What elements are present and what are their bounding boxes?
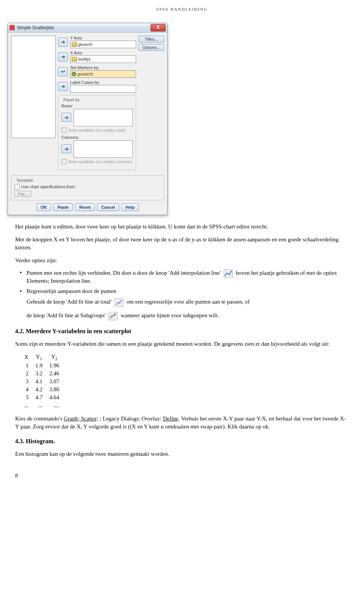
nest-rows-check: Nest variables (no empty rows): [61, 128, 133, 133]
file-button[interactable]: File...: [14, 191, 31, 197]
table-row: ..........: [24, 401, 66, 409]
svg-point-12: [114, 315, 115, 316]
page-number: 8: [15, 473, 349, 479]
template-fieldset: Template Use chart specifications from: …: [11, 175, 164, 200]
columns-field[interactable]: [74, 140, 133, 158]
bullet-2-title: Regressielijn aanpassen door de punten: [27, 288, 349, 294]
bullet-2: Regressielijn aanpassen door de punten G…: [27, 288, 349, 320]
titlebar: Simple Scatterplot X: [8, 23, 167, 33]
bullet-1: Punten met een rechte lijn verbinden. Di…: [27, 269, 349, 284]
interpolation-line-icon: [224, 269, 233, 278]
paragraph-6: Een histogram kan op de volgende twee ma…: [15, 450, 349, 458]
move-labelcases-button[interactable]: ➔: [58, 82, 68, 91]
data-table: X Y1 Y2 11.91.96 23.22.46 34.13.07 44.23…: [24, 353, 66, 409]
svg-point-3: [231, 271, 232, 272]
variable-list[interactable]: [11, 36, 56, 138]
svg-point-6: [119, 303, 121, 304]
help-button[interactable]: Help: [121, 203, 139, 211]
fit-line-total-icon: [115, 298, 124, 307]
paragraph-2: Met de knoppen X en Y boven het plaatje,…: [15, 236, 349, 251]
yaxis-value: gewicht: [78, 42, 92, 47]
heading-4-2: 4.2. Meerdere Y-variabelen in een scatte…: [15, 328, 349, 335]
rows-field[interactable]: [74, 109, 133, 126]
spss-dialog-screenshot: Simple Scatterplot X ➔ Y Axis: gewicht: [8, 23, 349, 215]
table-row: 11.91.96: [24, 362, 66, 370]
xaxis-field[interactable]: leeftijd: [70, 55, 136, 63]
use-chart-label: Use chart specifications from:: [21, 184, 76, 189]
window-title: Simple Scatterplot: [17, 25, 151, 30]
move-rows-button[interactable]: ➔: [61, 113, 71, 122]
close-button[interactable]: X: [151, 24, 166, 31]
yaxis-field[interactable]: gewicht: [70, 41, 136, 48]
setmarkers-label: Set Markers by:: [70, 65, 136, 70]
labelcases-label: Label Cases by:: [70, 80, 136, 85]
columns-label: Columns:: [61, 135, 133, 140]
heading-4-3: 4.3. Histogram.: [15, 438, 349, 445]
fit-line-subgroups-icon: [108, 312, 118, 320]
th-x: X: [24, 353, 35, 362]
yaxis-label: Y Axis:: [70, 36, 136, 40]
setmarkers-value: geslacht: [77, 72, 93, 76]
xaxis-label: X Axis:: [70, 50, 136, 55]
paragraph-5: Kies de commando's Graph; Scatter; ; Leg…: [15, 415, 349, 430]
svg-point-1: [227, 273, 228, 274]
use-chart-checkbox[interactable]: [14, 184, 20, 189]
ok-button[interactable]: OK: [36, 203, 51, 211]
app-icon: [9, 25, 15, 30]
table-row: 44.23.80: [24, 386, 66, 394]
move-columns-button[interactable]: ➔: [61, 144, 71, 153]
cancel-button[interactable]: Cancel: [97, 203, 119, 211]
scale-icon: [72, 57, 77, 61]
svg-point-0: [225, 275, 226, 276]
options-button[interactable]: Options...: [138, 44, 164, 51]
table-row: 54.74.64: [24, 394, 66, 401]
move-yaxis-button[interactable]: ➔: [58, 38, 68, 47]
panelby-fieldset: Panel by Rows: ➔ Nest variables (no empt…: [58, 95, 136, 170]
template-legend: Template: [15, 178, 35, 183]
svg-line-8: [116, 300, 122, 305]
titles-button[interactable]: Titles...: [138, 36, 164, 43]
paragraph-3: Verder opties zijn:: [15, 257, 349, 264]
paragraph-4: Soms zijn er meerdere Y-variabelen die s…: [15, 340, 349, 348]
nominal-icon: [72, 72, 76, 76]
th-y1: Y1: [35, 353, 49, 362]
svg-point-2: [229, 274, 230, 275]
table-row: 34.13.07: [24, 378, 66, 386]
reset-button[interactable]: Reset: [75, 203, 95, 211]
setmarkers-field[interactable]: geslacht: [70, 70, 136, 78]
th-y2: Y2: [49, 353, 66, 362]
paste-button[interactable]: Paste: [53, 203, 73, 211]
scale-icon: [72, 42, 77, 47]
paragraph-1: Het plaatje kunt u editten, door twee ke…: [15, 223, 349, 230]
move-xaxis-button[interactable]: ➔: [58, 52, 68, 61]
page-header: SPSS HANDLEIDING: [15, 0, 349, 15]
panelby-legend: Panel by: [62, 98, 81, 102]
svg-point-14: [115, 313, 115, 314]
svg-point-11: [111, 317, 111, 318]
rows-label: Rows:: [61, 104, 133, 108]
table-row: 23.22.46: [24, 370, 66, 378]
labelcases-field[interactable]: [70, 85, 136, 93]
svg-point-13: [111, 315, 112, 316]
nest-cols-check: Nest variables (no empty columns): [61, 159, 133, 164]
move-back-button[interactable]: ↩: [58, 67, 68, 76]
xaxis-value: leeftijd: [78, 57, 90, 61]
